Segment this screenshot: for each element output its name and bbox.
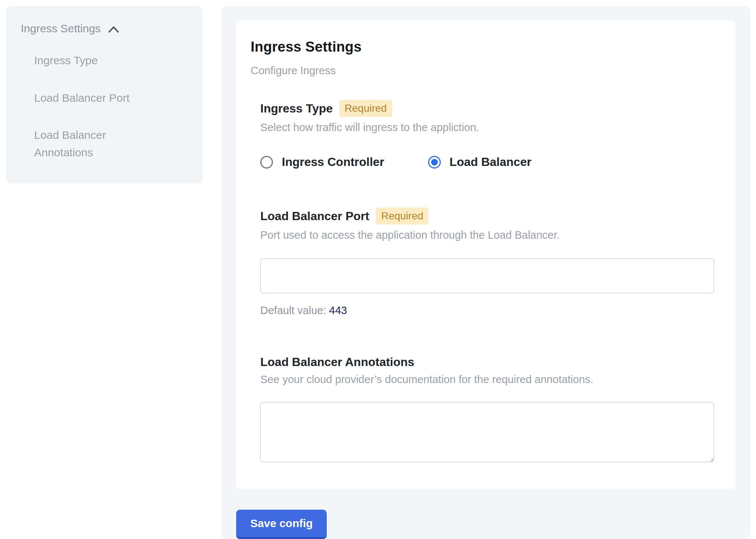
sidebar-section-label: Ingress Settings (21, 22, 101, 35)
required-badge: Required (339, 100, 392, 117)
load-balancer-port-input[interactable] (260, 258, 714, 293)
radio-label-load-balancer[interactable]: Load Balancer (450, 155, 532, 169)
ingress-settings-card: Ingress Settings Configure Ingress Ingre… (236, 20, 736, 489)
page-subtitle: Configure Ingress (251, 65, 715, 77)
load-balancer-port-section: Load Balancer Port Required Port used to… (260, 208, 715, 317)
radio-checked-icon[interactable] (428, 156, 441, 169)
main-panel: Ingress Settings Configure Ingress Ingre… (221, 6, 750, 539)
sidebar-item-load-balancer-annotations[interactable]: Load Balancer Annotations (34, 127, 157, 161)
load-balancer-port-label: Load Balancer Port (260, 209, 369, 223)
sidebar-item-list: Ingress Type Load Balancer Port Load Bal… (21, 52, 188, 161)
default-value: 443 (329, 304, 347, 316)
sidebar-item-ingress-type[interactable]: Ingress Type (34, 52, 157, 69)
ingress-type-section: Ingress Type Required Select how traffic… (260, 100, 715, 169)
page-title: Ingress Settings (251, 39, 715, 55)
ingress-type-radio-group: Ingress Controller Load Balancer (260, 155, 715, 169)
load-balancer-annotations-section: Load Balancer Annotations See your cloud… (260, 355, 715, 462)
settings-sidebar: Ingress Settings Ingress Type Load Balan… (6, 6, 203, 183)
sidebar-section-ingress-settings[interactable]: Ingress Settings (21, 22, 188, 35)
radio-unchecked-icon[interactable] (260, 156, 273, 169)
load-balancer-annotations-textarea[interactable] (260, 402, 714, 462)
ingress-type-description: Select how traffic will ingress to the a… (260, 121, 715, 134)
load-balancer-annotations-description: See your cloud provider’s documentation … (260, 373, 715, 386)
sidebar-item-load-balancer-port[interactable]: Load Balancer Port (34, 89, 157, 107)
chevron-up-icon[interactable] (107, 25, 120, 34)
radio-option-ingress-controller[interactable]: Ingress Controller (260, 155, 384, 169)
required-badge: Required (376, 208, 428, 225)
radio-label-ingress-controller[interactable]: Ingress Controller (282, 155, 384, 169)
default-value-line: Default value:443 (260, 304, 715, 317)
load-balancer-annotations-label: Load Balancer Annotations (260, 355, 414, 369)
default-value-label: Default value: (260, 304, 326, 316)
load-balancer-port-description: Port used to access the application thro… (260, 229, 715, 241)
radio-option-load-balancer[interactable]: Load Balancer (428, 155, 532, 169)
save-config-button[interactable]: Save config (236, 510, 327, 539)
ingress-type-label: Ingress Type (260, 102, 333, 115)
